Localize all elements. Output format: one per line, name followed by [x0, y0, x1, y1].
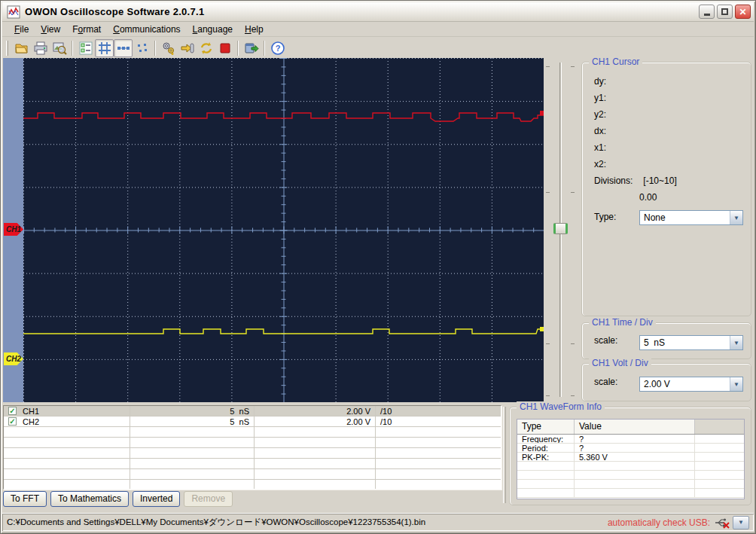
channel-actions: To FFT To Mathematics Inverted Remove [3, 491, 233, 507]
info-cell [695, 435, 744, 443]
info-cell [517, 462, 575, 470]
info-row [517, 489, 744, 498]
channel-voltage: 2.00 V [255, 417, 376, 426]
app-icon [7, 5, 20, 19]
channel-name: CH2 [23, 417, 39, 426]
info-cell: Frequency: [517, 435, 575, 443]
chevron-down-icon[interactable]: ▼ [730, 377, 742, 391]
channel-attenuation: /10 [376, 406, 501, 416]
waveform-info-table: TypeValueFrequency:?Period:?PK-PK:5.360 … [517, 419, 745, 499]
chevron-down-icon[interactable]: ▼ [730, 336, 742, 349]
slider-tick [571, 343, 575, 344]
channel-row-empty [4, 480, 501, 490]
volt-scale-value: 2.00 V [640, 377, 730, 391]
volt-scale-label: scale: [594, 377, 617, 387]
to-fft-button[interactable]: To FFT [3, 491, 47, 507]
channel-timebase: 5 nS [130, 417, 255, 426]
chevron-down-icon[interactable]: ▼ [730, 211, 742, 224]
file-path: C:¥Documents and Settings¥DELL¥My Docume… [7, 517, 425, 528]
ch1-cursor-panel: CH1 Cursor dy:y1:y2:dx:x1:x2: Divisions:… [581, 62, 751, 316]
menu-format[interactable]: Format [66, 23, 107, 36]
open-file-icon [14, 41, 29, 56]
settings-button[interactable] [159, 39, 178, 57]
slider-tick [546, 192, 550, 193]
info-row: Period:? [517, 444, 744, 453]
menu-help[interactable]: Help [239, 23, 270, 36]
channel-list-button[interactable] [76, 39, 95, 57]
info-cell [575, 480, 695, 488]
toolbar-grip[interactable] [6, 41, 8, 56]
dots-toggle-button[interactable] [133, 39, 151, 57]
panel-splitter[interactable] [503, 407, 506, 503]
ch1-volt-div-title: CH1 Volt / Div [589, 358, 651, 368]
ch2-position-marker[interactable]: CH2 [4, 352, 23, 365]
menu-view[interactable]: View [35, 23, 66, 36]
help-button[interactable]: ? [268, 39, 287, 57]
channel-row-empty [4, 469, 501, 480]
slider-tick [546, 395, 550, 396]
print-preview-button[interactable] [50, 39, 69, 57]
divisions-value: [-10~10] [633, 175, 676, 186]
channel-row-empty [4, 427, 501, 438]
refresh-button[interactable] [197, 39, 215, 57]
grid-toggle-button[interactable] [95, 39, 114, 57]
info-cell: PK-PK: [517, 453, 575, 461]
cursor-field-y1: y1: [582, 90, 751, 106]
slider-handle[interactable] [553, 223, 568, 234]
ch1-visible-checkbox[interactable]: ✓ [8, 407, 17, 415]
toolbar: ? [2, 38, 754, 58]
ch1-position-marker[interactable]: CH1 [4, 223, 23, 236]
close-button[interactable]: ✕ [735, 5, 751, 19]
dots-icon [135, 41, 150, 56]
toolbar-separator [72, 41, 73, 56]
dots-line-toggle-button[interactable] [114, 39, 133, 57]
ch1-waveform-info-panel: CH1 WaveForm Info TypeValueFrequency:?Pe… [509, 407, 751, 505]
ch1-volt-div-panel: CH1 Volt / Div scale: 2.00 V ▼ [581, 363, 751, 401]
cursor-type-select[interactable]: None ▼ [639, 210, 743, 225]
slider-tick [546, 66, 550, 67]
stop-icon [218, 41, 233, 56]
info-cell [695, 471, 744, 479]
minimize-button[interactable] [699, 5, 715, 19]
channel-list-icon [78, 41, 93, 56]
info-cell [695, 462, 744, 470]
menu-communications[interactable]: Communications [107, 23, 186, 36]
inverted-button[interactable]: Inverted [133, 491, 180, 507]
channel-row-ch1[interactable]: ✓CH15 nS2.00 V/10 [4, 406, 501, 417]
ch2-visible-checkbox[interactable]: ✓ [8, 417, 17, 426]
info-row: PK-PK:5.360 V [517, 453, 744, 462]
cursor-field-x1: x1: [582, 139, 751, 156]
cursor-field-dy: dy: [582, 73, 751, 90]
slider-tick [546, 343, 550, 344]
dots-line-icon [116, 41, 131, 56]
import-icon [180, 41, 195, 56]
print-button[interactable] [31, 39, 50, 57]
channel-row-ch2[interactable]: ✓CH25 nS2.00 V/10 [4, 417, 501, 427]
time-scale-select[interactable]: 5 nS ▼ [639, 335, 743, 350]
info-header-cell: Value [575, 420, 695, 434]
info-cell [575, 489, 695, 497]
usb-disconnected-icon [715, 517, 730, 529]
maximize-button[interactable] [717, 5, 733, 19]
to-mathematics-button[interactable]: To Mathematics [50, 491, 129, 507]
info-cell [517, 471, 575, 479]
usb-dropdown-button[interactable]: ▼ [733, 516, 749, 529]
cursor-field-y2: y2: [582, 106, 751, 123]
record-export-button[interactable] [242, 39, 261, 57]
divisions-extra-row: 0.00 [582, 189, 751, 206]
menu-language[interactable]: Language [187, 23, 239, 36]
menubar: FileViewFormatCommunicationsLanguageHelp [2, 23, 754, 37]
info-row: Frequency:? [517, 435, 744, 444]
toolbar-separator [237, 41, 239, 56]
open-file-button[interactable] [12, 39, 31, 57]
info-row [517, 480, 744, 489]
channel-row-empty [4, 448, 501, 459]
channels-table: ✓CH15 nS2.00 V/10✓CH25 nS2.00 V/10 [3, 405, 501, 490]
import-button[interactable] [178, 39, 197, 57]
vertical-position-slider [544, 58, 578, 403]
volt-scale-select[interactable]: 2.00 V ▼ [639, 377, 743, 392]
channel-timebase: 5 nS [130, 406, 255, 416]
toolbar-separator [264, 41, 265, 56]
stop-button[interactable] [215, 39, 234, 57]
menu-file[interactable]: File [8, 23, 35, 36]
